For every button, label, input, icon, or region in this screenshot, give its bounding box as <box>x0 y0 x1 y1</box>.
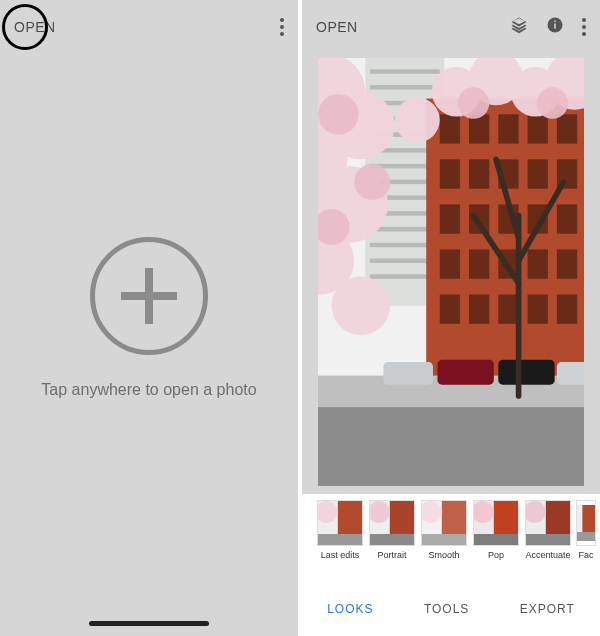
svg-rect-2 <box>554 21 556 23</box>
svg-rect-50 <box>557 362 584 385</box>
look-thumb <box>576 500 596 546</box>
tab-tools[interactable]: TOOLS <box>424 602 469 616</box>
look-item[interactable]: Smooth <box>420 500 468 560</box>
svg-rect-73 <box>370 534 414 545</box>
svg-rect-80 <box>494 501 518 534</box>
look-thumb <box>525 500 571 546</box>
svg-rect-38 <box>528 249 548 278</box>
svg-rect-69 <box>318 534 362 545</box>
empty-hint: Tap anywhere to open a photo <box>41 381 256 399</box>
svg-rect-76 <box>442 501 466 534</box>
bottom-tabs: LOOKS TOOLS EXPORT <box>302 582 600 636</box>
svg-point-65 <box>458 87 490 119</box>
svg-rect-44 <box>557 295 577 324</box>
tab-export[interactable]: EXPORT <box>520 602 575 616</box>
add-photo-icon <box>90 237 208 355</box>
look-item[interactable]: Fac <box>576 500 596 560</box>
svg-rect-23 <box>528 114 548 143</box>
svg-rect-84 <box>546 501 570 534</box>
header-right: OPEN <box>302 0 600 54</box>
info-icon[interactable] <box>546 16 564 38</box>
look-label: Accentuate <box>525 550 570 560</box>
stacks-icon[interactable] <box>510 16 528 38</box>
tab-looks[interactable]: LOOKS <box>327 602 373 616</box>
home-indicator <box>89 621 209 626</box>
looks-strip[interactable]: Last edits Portrait Smooth Pop Accentuat… <box>302 494 600 582</box>
look-thumb <box>317 500 363 546</box>
svg-rect-43 <box>528 295 548 324</box>
svg-point-63 <box>354 164 390 200</box>
svg-rect-34 <box>557 204 577 233</box>
open-button[interactable]: OPEN <box>316 19 358 35</box>
svg-rect-26 <box>469 159 489 188</box>
svg-rect-48 <box>437 360 493 385</box>
svg-rect-22 <box>498 114 518 143</box>
svg-rect-68 <box>338 501 362 534</box>
svg-rect-81 <box>474 534 518 545</box>
svg-rect-35 <box>440 249 460 278</box>
svg-rect-88 <box>582 505 595 532</box>
svg-rect-1 <box>554 24 556 29</box>
svg-point-62 <box>318 94 359 135</box>
look-thumb <box>369 500 415 546</box>
svg-point-66 <box>537 87 569 119</box>
overflow-menu-icon[interactable] <box>582 18 586 36</box>
look-item[interactable]: Pop <box>472 500 520 560</box>
look-label: Smooth <box>428 550 459 560</box>
svg-rect-46 <box>318 407 584 486</box>
svg-rect-89 <box>577 532 595 541</box>
look-label: Last edits <box>321 550 360 560</box>
svg-rect-41 <box>469 295 489 324</box>
svg-rect-30 <box>440 204 460 233</box>
svg-rect-28 <box>528 159 548 188</box>
look-item[interactable]: Last edits <box>316 500 364 560</box>
screen-editor: OPEN <box>302 0 600 636</box>
svg-rect-24 <box>557 114 577 143</box>
look-label: Fac <box>578 550 593 560</box>
svg-rect-36 <box>469 249 489 278</box>
look-label: Pop <box>488 550 504 560</box>
svg-rect-25 <box>440 159 460 188</box>
empty-state[interactable]: Tap anywhere to open a photo <box>0 0 298 636</box>
look-thumb <box>473 500 519 546</box>
svg-rect-39 <box>557 249 577 278</box>
svg-rect-5 <box>370 69 440 74</box>
svg-rect-42 <box>498 295 518 324</box>
svg-rect-6 <box>370 85 440 90</box>
photo-canvas[interactable] <box>302 54 600 494</box>
look-label: Portrait <box>377 550 406 560</box>
svg-point-56 <box>332 277 391 336</box>
svg-rect-77 <box>422 534 466 545</box>
svg-rect-49 <box>498 360 554 385</box>
svg-rect-47 <box>383 362 433 385</box>
svg-rect-40 <box>440 295 460 324</box>
look-item[interactable]: Portrait <box>368 500 416 560</box>
look-thumb <box>421 500 467 546</box>
screen-empty: OPEN Tap anywhere to open a photo <box>0 0 298 636</box>
svg-point-61 <box>395 97 440 142</box>
svg-rect-20 <box>440 114 460 143</box>
svg-rect-85 <box>526 534 570 545</box>
loaded-photo <box>318 58 584 486</box>
look-item[interactable]: Accentuate <box>524 500 572 560</box>
svg-rect-72 <box>390 501 414 534</box>
